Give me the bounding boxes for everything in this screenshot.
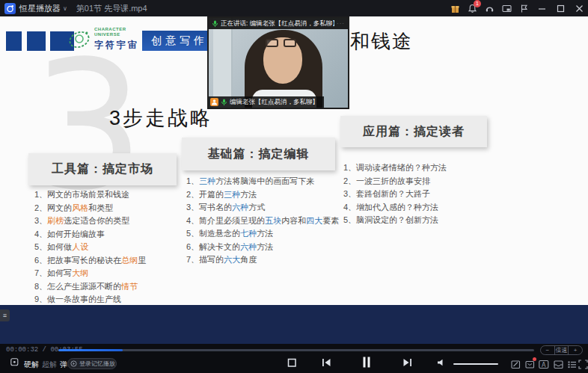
speed-label[interactable]: 倍速 (554, 346, 569, 354)
avatar-icon (210, 98, 218, 106)
hardware-decode-toggle[interactable]: 硬解 (24, 360, 39, 370)
playlist-icon[interactable] (566, 359, 577, 369)
danmaku-toggle[interactable]: 弹 (60, 360, 67, 370)
list-item: 4、增加代入感的？种方法 (343, 201, 447, 215)
section-header-label: 工具篇：搞定市场 (52, 161, 153, 177)
speed-control: − 倍速 + (540, 345, 583, 355)
volume-icon[interactable] (437, 358, 446, 367)
section-header-label: 应用篇：搞定读者 (363, 124, 465, 140)
volume-slider[interactable] (453, 363, 498, 365)
list-item: 7、描写的六大角度 (186, 253, 339, 267)
super-resolution-toggle[interactable]: 超解 (42, 360, 57, 370)
list-item: 9、做一条故事的生产线 (34, 293, 146, 306)
strategy-title: 3步走战略 (109, 105, 212, 132)
fullscreen-icon[interactable] (578, 359, 588, 369)
webcam-menu-dots: ··· (337, 20, 345, 27)
course-tag: 创意写作 (142, 31, 217, 51)
login-button[interactable]: 登录记忆播放 (67, 358, 117, 369)
mic-on-icon (212, 20, 218, 28)
video-surface[interactable]: CHARACTER UNIVERSE 字符宇宙 创意写作 和钱途 3 3步走战略… (0, 16, 588, 344)
webcam-name-bar: 编辑老张【红点易消，多私聊】 (209, 96, 324, 108)
app-logo-icon (4, 3, 16, 14)
player-window: 恒星播放器 ∨ 第01节 先导课.mp4 1 (0, 0, 588, 373)
webcam-background (213, 18, 233, 109)
notification-bell-icon[interactable]: 1 (467, 3, 477, 13)
list-item: 3、刷榜选定适合你的类型 (34, 215, 146, 228)
webcam-header-bar: 正在讲话: 编辑老张【红点易消，多私聊】； ··· (209, 18, 348, 29)
list-item: 2、开篇的三种方法 (186, 188, 339, 202)
webcam-overlay: 正在讲话: 编辑老张【红点易消，多私聊】； ··· 编辑老张【红点易消，多私聊】 (207, 16, 349, 109)
slide-flag-bar (6, 31, 22, 51)
gift-icon[interactable] (450, 3, 460, 13)
titlebar: 恒星播放器 ∨ 第01节 先导课.mp4 1 (0, 0, 588, 16)
list-item: 5、制造悬念的七种方法 (186, 227, 339, 241)
list-item: 2、一波三折的故事安排 (343, 175, 447, 188)
list-item: 2、网文的风格和类型 (34, 202, 146, 215)
section-header-readers: 应用篇：搞定读者 (340, 116, 487, 147)
list-item: 5、脑洞设定的？创新方法 (343, 214, 447, 227)
screenshot-icon[interactable] (510, 359, 521, 369)
subtitle-icon[interactable]: A (539, 359, 549, 369)
svg-text:A: A (542, 361, 546, 368)
pause-button[interactable] (362, 357, 371, 368)
readers-list: 1、调动读者情绪的？种方法2、一波三折的故事安排3、套路创新的？大路子4、增加代… (343, 161, 447, 227)
presenter-glasses (266, 39, 278, 47)
notification-badge: 1 (474, 0, 481, 7)
list-item: 4、如何开始编故事 (34, 228, 146, 241)
list-item: 1、网文的市场前景和钱途 (34, 188, 146, 202)
presenter-name-text: 编辑老张【红点易消，多私聊】 (230, 98, 319, 107)
minimize-button[interactable] (536, 2, 548, 14)
list-item: 5、如何做人设 (34, 241, 146, 254)
list-item: 4、简介里必须呈现的五块内容和四大要素 (186, 215, 339, 228)
speed-increase-button[interactable]: + (569, 346, 582, 354)
login-button-label: 登录记忆播放 (79, 360, 115, 368)
library-icon[interactable] (553, 359, 563, 369)
presenter-glasses (284, 39, 296, 47)
speaking-status-text: 正在讲话: 编辑老张【红点易消，多私聊】； (221, 19, 334, 28)
list-item: 3、套路创新的？大路子 (343, 188, 447, 201)
list-item: 6、解决卡文的六种方法 (186, 241, 339, 254)
mini-window-icon[interactable] (10, 358, 19, 366)
control-bar: 00:00:32 / 00:03:55 − 倍速 + 硬解 超解 弹 登录记忆播… (0, 344, 588, 373)
flag-icon[interactable] (518, 3, 529, 13)
speed-decrease-button[interactable]: − (541, 346, 554, 354)
login-circle-icon (70, 360, 77, 367)
app-name[interactable]: 恒星播放器 (19, 3, 61, 14)
list-item: 7、如何写大纲 (34, 267, 146, 280)
section-header-tools: 工具篇：搞定市场 (28, 153, 177, 185)
basics-list: 1、三种方法将脑海中的画面写下来2、开篇的三种方法3、写书名的六种方式4、简介里… (186, 175, 339, 267)
previous-button[interactable] (322, 358, 331, 367)
app-menu-chevron-icon[interactable]: ∨ (63, 5, 67, 12)
media-file-name: 第01节 先导课.mp4 (76, 3, 147, 14)
pip-icon[interactable] (501, 3, 512, 13)
slide-footer-band (0, 305, 588, 344)
list-item: 6、把故事写长的秘诀在总纲里 (34, 254, 146, 268)
progress-fill (58, 349, 123, 351)
next-button[interactable] (402, 358, 412, 367)
message-icon[interactable] (524, 359, 535, 369)
list-item: 1、三种方法将脑海中的画面写下来 (186, 175, 339, 188)
playlist-handle[interactable]: ≡ (0, 309, 10, 321)
section-header-basics: 基础篇：搞定编辑 (182, 138, 335, 170)
slide-main-title: 和钱途 (350, 28, 413, 55)
progress-bar[interactable] (58, 349, 534, 351)
close-button[interactable] (573, 2, 585, 14)
mic-on-icon (221, 99, 227, 106)
headset-icon[interactable] (484, 3, 494, 13)
maximize-button[interactable] (554, 2, 566, 14)
section-header-label: 基础篇：搞定编辑 (208, 147, 310, 162)
stop-button[interactable] (287, 358, 297, 368)
tools-list: 1、网文的市场前景和钱途2、网文的风格和类型3、刷榜选定适合你的类型4、如何开始… (34, 188, 146, 306)
list-item: 8、怎么产生源源不断的情节 (34, 280, 146, 294)
list-item: 3、写书名的六种方式 (186, 201, 339, 215)
message-alert-dot (533, 357, 536, 361)
list-item: 1、调动读者情绪的？种方法 (343, 161, 447, 175)
